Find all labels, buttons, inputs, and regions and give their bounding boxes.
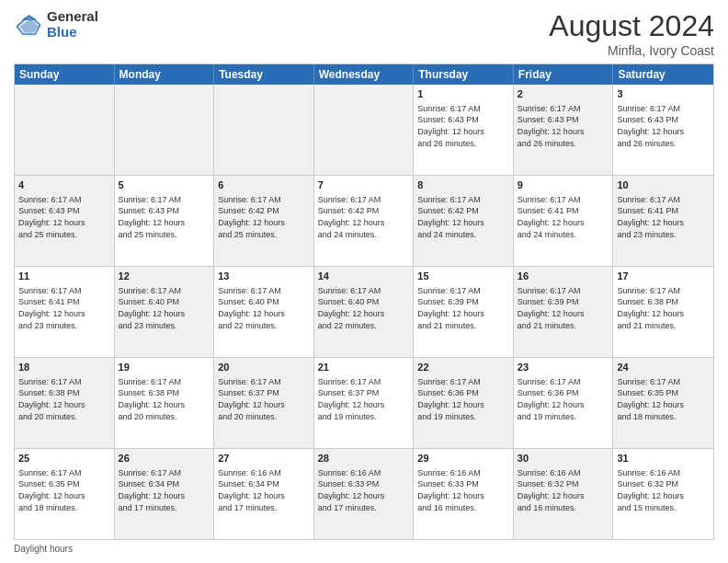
title-location: Minfla, Ivory Coast	[549, 43, 714, 58]
logo: General Blue	[14, 9, 98, 40]
day-info: Sunrise: 6:17 AM Sunset: 6:41 PM Dayligh…	[617, 194, 710, 240]
day-info: Sunrise: 6:17 AM Sunset: 6:40 PM Dayligh…	[318, 285, 410, 331]
day-number: 24	[617, 361, 710, 374]
calendar-cell: 12Sunrise: 6:17 AM Sunset: 6:40 PM Dayli…	[115, 267, 215, 357]
day-number: 8	[417, 178, 509, 192]
day-info: Sunrise: 6:16 AM Sunset: 6:33 PM Dayligh…	[318, 467, 410, 513]
calendar-cell: 18Sunrise: 6:17 AM Sunset: 6:38 PM Dayli…	[15, 358, 115, 448]
calendar-cell	[214, 85, 314, 175]
day-number: 19	[119, 361, 210, 374]
day-info: Sunrise: 6:17 AM Sunset: 6:40 PM Dayligh…	[119, 285, 210, 331]
calendar-cell: 10Sunrise: 6:17 AM Sunset: 6:41 PM Dayli…	[613, 176, 713, 266]
calendar-cell	[15, 85, 115, 175]
header: General Blue August 2024 Minfla, Ivory C…	[14, 9, 714, 58]
day-number: 4	[18, 178, 110, 192]
calendar-cell: 11Sunrise: 6:17 AM Sunset: 6:41 PM Dayli…	[15, 267, 115, 357]
day-info: Sunrise: 6:17 AM Sunset: 6:41 PM Dayligh…	[18, 285, 110, 331]
day-number: 6	[218, 178, 310, 192]
cal-header-day: Tuesday	[214, 64, 314, 85]
day-info: Sunrise: 6:17 AM Sunset: 6:42 PM Dayligh…	[218, 194, 310, 240]
day-number: 15	[417, 270, 509, 283]
day-number: 28	[318, 452, 410, 465]
day-number: 17	[617, 270, 710, 283]
day-number: 23	[518, 361, 609, 374]
cal-header-day: Monday	[115, 64, 215, 85]
day-number: 25	[18, 452, 110, 465]
day-number: 26	[119, 452, 210, 465]
day-info: Sunrise: 6:17 AM Sunset: 6:38 PM Dayligh…	[617, 285, 710, 331]
calendar-cell: 13Sunrise: 6:17 AM Sunset: 6:40 PM Dayli…	[214, 267, 314, 357]
calendar-cell: 21Sunrise: 6:17 AM Sunset: 6:37 PM Dayli…	[314, 358, 415, 448]
day-number: 11	[18, 270, 110, 283]
day-number: 13	[218, 270, 310, 283]
cal-header-day: Friday	[514, 64, 614, 85]
calendar-cell: 14Sunrise: 6:17 AM Sunset: 6:40 PM Dayli…	[314, 267, 415, 357]
calendar-cell: 15Sunrise: 6:17 AM Sunset: 6:39 PM Dayli…	[414, 267, 514, 357]
calendar-cell	[115, 85, 215, 175]
day-info: Sunrise: 6:16 AM Sunset: 6:33 PM Dayligh…	[417, 467, 509, 513]
day-number: 31	[617, 452, 710, 465]
day-info: Sunrise: 6:17 AM Sunset: 6:40 PM Dayligh…	[218, 285, 310, 331]
day-info: Sunrise: 6:17 AM Sunset: 6:43 PM Dayligh…	[518, 103, 609, 149]
day-number: 16	[518, 270, 609, 283]
logo-text: General Blue	[47, 9, 98, 40]
day-info: Sunrise: 6:17 AM Sunset: 6:35 PM Dayligh…	[18, 467, 110, 513]
day-number: 21	[318, 361, 410, 374]
day-info: Sunrise: 6:16 AM Sunset: 6:32 PM Dayligh…	[617, 467, 710, 513]
footer-note: Daylight hours	[14, 544, 714, 554]
logo-blue-text: Blue	[47, 25, 98, 40]
calendar-week-row: 1Sunrise: 6:17 AM Sunset: 6:43 PM Daylig…	[15, 85, 713, 175]
day-info: Sunrise: 6:16 AM Sunset: 6:32 PM Dayligh…	[518, 467, 609, 513]
calendar-cell: 30Sunrise: 6:16 AM Sunset: 6:32 PM Dayli…	[514, 449, 614, 539]
calendar: SundayMondayTuesdayWednesdayThursdayFrid…	[14, 63, 714, 540]
day-info: Sunrise: 6:17 AM Sunset: 6:39 PM Dayligh…	[518, 285, 609, 331]
day-number: 2	[518, 87, 609, 101]
day-info: Sunrise: 6:17 AM Sunset: 6:36 PM Dayligh…	[518, 376, 609, 422]
day-info: Sunrise: 6:17 AM Sunset: 6:35 PM Dayligh…	[617, 376, 710, 422]
calendar-cell: 7Sunrise: 6:17 AM Sunset: 6:42 PM Daylig…	[314, 176, 415, 266]
calendar-cell: 5Sunrise: 6:17 AM Sunset: 6:43 PM Daylig…	[115, 176, 215, 266]
calendar-cell: 31Sunrise: 6:16 AM Sunset: 6:32 PM Dayli…	[613, 449, 713, 539]
calendar-cell: 8Sunrise: 6:17 AM Sunset: 6:42 PM Daylig…	[414, 176, 514, 266]
day-number: 12	[119, 270, 210, 283]
calendar-cell: 22Sunrise: 6:17 AM Sunset: 6:36 PM Dayli…	[414, 358, 514, 448]
day-info: Sunrise: 6:17 AM Sunset: 6:38 PM Dayligh…	[119, 376, 210, 422]
calendar-cell: 4Sunrise: 6:17 AM Sunset: 6:43 PM Daylig…	[15, 176, 115, 266]
day-number: 3	[617, 87, 710, 101]
day-info: Sunrise: 6:17 AM Sunset: 6:43 PM Dayligh…	[617, 103, 710, 149]
day-info: Sunrise: 6:17 AM Sunset: 6:43 PM Dayligh…	[119, 194, 210, 240]
logo-general-text: General	[47, 9, 98, 25]
day-info: Sunrise: 6:17 AM Sunset: 6:39 PM Dayligh…	[417, 285, 509, 331]
page: General Blue August 2024 Minfla, Ivory C…	[0, 0, 728, 563]
logo-icon	[14, 12, 43, 38]
calendar-cell: 23Sunrise: 6:17 AM Sunset: 6:36 PM Dayli…	[514, 358, 614, 448]
calendar-cell: 28Sunrise: 6:16 AM Sunset: 6:33 PM Dayli…	[314, 449, 415, 539]
calendar-week-row: 4Sunrise: 6:17 AM Sunset: 6:43 PM Daylig…	[15, 175, 713, 266]
day-number: 10	[617, 178, 710, 192]
day-number: 20	[218, 361, 310, 374]
day-number: 18	[18, 361, 110, 374]
title-month: August 2024	[549, 9, 714, 43]
calendar-cell: 6Sunrise: 6:17 AM Sunset: 6:42 PM Daylig…	[214, 176, 314, 266]
day-number: 27	[218, 452, 310, 465]
calendar-cell: 25Sunrise: 6:17 AM Sunset: 6:35 PM Dayli…	[15, 449, 115, 539]
calendar-week-row: 25Sunrise: 6:17 AM Sunset: 6:35 PM Dayli…	[15, 448, 713, 539]
day-info: Sunrise: 6:17 AM Sunset: 6:43 PM Dayligh…	[18, 194, 110, 240]
day-number: 7	[318, 178, 410, 192]
calendar-cell: 1Sunrise: 6:17 AM Sunset: 6:43 PM Daylig…	[414, 85, 514, 175]
day-number: 22	[417, 361, 509, 374]
calendar-week-row: 11Sunrise: 6:17 AM Sunset: 6:41 PM Dayli…	[15, 266, 713, 357]
day-info: Sunrise: 6:17 AM Sunset: 6:37 PM Dayligh…	[318, 376, 410, 422]
calendar-cell: 9Sunrise: 6:17 AM Sunset: 6:41 PM Daylig…	[514, 176, 614, 266]
calendar-cell: 29Sunrise: 6:16 AM Sunset: 6:33 PM Dayli…	[414, 449, 514, 539]
day-info: Sunrise: 6:17 AM Sunset: 6:36 PM Dayligh…	[417, 376, 509, 422]
calendar-header: SundayMondayTuesdayWednesdayThursdayFrid…	[15, 64, 713, 85]
calendar-cell: 17Sunrise: 6:17 AM Sunset: 6:38 PM Dayli…	[613, 267, 713, 357]
day-number: 1	[417, 87, 509, 101]
cal-header-day: Thursday	[414, 64, 514, 85]
day-info: Sunrise: 6:17 AM Sunset: 6:37 PM Dayligh…	[218, 376, 310, 422]
calendar-cell: 2Sunrise: 6:17 AM Sunset: 6:43 PM Daylig…	[514, 85, 614, 175]
calendar-cell: 27Sunrise: 6:16 AM Sunset: 6:34 PM Dayli…	[214, 449, 314, 539]
title-block: August 2024 Minfla, Ivory Coast	[549, 9, 714, 58]
cal-header-day: Wednesday	[314, 64, 415, 85]
